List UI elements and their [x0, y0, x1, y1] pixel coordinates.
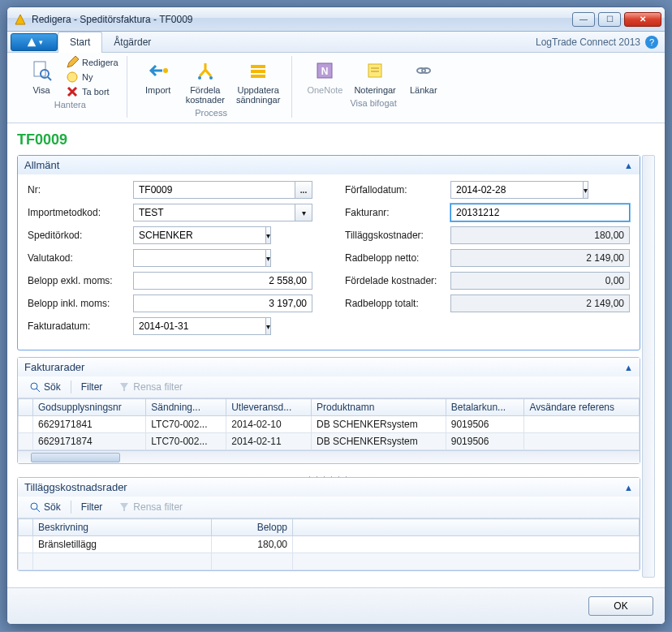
ny-button[interactable]: Ny: [66, 71, 93, 84]
delete-icon: [66, 85, 79, 98]
svg-line-25: [37, 509, 40, 512]
svg-point-8: [163, 68, 168, 73]
rensa-filter-button-2[interactable]: Rensa filter: [112, 500, 189, 514]
nr-lookup-button[interactable]: ...: [295, 181, 312, 199]
chevron-up-icon: ▲: [624, 483, 633, 492]
table-row[interactable]: 6629171841LTC70-002...2014-02-10DB SCHEN…: [19, 416, 640, 433]
svg-marker-23: [120, 383, 128, 391]
tabort-button[interactable]: Ta bort: [66, 85, 110, 98]
tab-actions[interactable]: Åtgärder: [102, 32, 162, 53]
distribute-icon: [195, 60, 216, 81]
section-header-fakturarader[interactable]: Fakturarader▲: [18, 358, 640, 376]
document-view-icon: [30, 59, 53, 82]
svg-rect-13: [251, 75, 265, 78]
app-window: Redigera - Speditörsfaktura - TF0009 ▾ S…: [6, 6, 666, 625]
forfallodatum-field[interactable]: [450, 181, 584, 199]
svg-point-5: [67, 72, 77, 82]
rensa-filter-button[interactable]: Rensa filter: [112, 380, 189, 394]
document-title: TF0009: [17, 131, 655, 148]
svg-line-4: [48, 77, 51, 80]
group-label-hantera: Hantera: [22, 100, 118, 110]
fakturadatum-dropdown[interactable]: ▾: [265, 317, 271, 335]
sok-button-2[interactable]: Sök: [23, 500, 67, 514]
horizontal-scrollbar[interactable]: [18, 450, 640, 463]
label-tillaggskostnader: Tilläggskostnader:: [345, 230, 450, 241]
noteringar-button[interactable]: Noteringar: [351, 56, 398, 97]
tab-start[interactable]: Start: [58, 32, 102, 53]
ok-button[interactable]: OK: [588, 596, 653, 616]
help-icon[interactable]: ?: [645, 36, 658, 49]
uppdatera-button[interactable]: Uppdatera sändningar: [233, 56, 283, 106]
label-radbelopptotalt: Radbelopp totalt:: [345, 298, 450, 309]
onenote-icon: N: [314, 60, 335, 81]
valutakod-dropdown[interactable]: ▾: [265, 249, 271, 267]
label-speditorkod: Speditörkod:: [28, 230, 133, 241]
sok-button[interactable]: Sök: [23, 380, 67, 394]
links-icon: [413, 60, 434, 81]
onenote-button[interactable]: N OneNote: [304, 56, 346, 97]
visa-button[interactable]: Visa: [22, 56, 61, 97]
minimize-button[interactable]: [572, 12, 595, 27]
label-importmetodkod: Importmetodkod:: [28, 207, 133, 218]
menubar: ▾ Start Åtgärder LogTrade Connect 2013 ?: [7, 32, 665, 53]
filter-button[interactable]: Filter: [75, 380, 110, 394]
chevron-up-icon: ▲: [624, 363, 633, 372]
radbelopptotalt-field: [450, 295, 630, 312]
svg-rect-2: [34, 62, 45, 76]
label-valutakod: Valutakod:: [28, 252, 133, 264]
filter-button-2[interactable]: Filter: [75, 500, 110, 514]
beloppinkl-field[interactable]: [133, 295, 312, 312]
speditorkod-field[interactable]: [133, 226, 266, 244]
svg-rect-11: [251, 65, 265, 68]
label-beloppinkl: Belopp inkl. moms:: [28, 298, 133, 309]
table-row[interactable]: Bränsletillägg180,00: [19, 536, 640, 553]
speditorkod-dropdown[interactable]: ▾: [265, 226, 271, 244]
app-menu-button[interactable]: ▾: [11, 33, 58, 51]
close-button[interactable]: [624, 12, 661, 27]
table-row[interactable]: [19, 553, 640, 570]
valutakod-field[interactable]: [133, 249, 266, 267]
importmetodkod-dropdown[interactable]: ▾: [295, 204, 312, 221]
importmetodkod-field[interactable]: [133, 204, 295, 221]
search-icon: [29, 501, 41, 513]
fakturarader-grid[interactable]: Godsupplysningsnr Sändning... Utleverans…: [18, 398, 640, 450]
section-header-tillagg[interactable]: Tilläggskostnadsrader▲: [18, 478, 640, 497]
radbeloppnetto-field: [450, 249, 630, 267]
tillaggskostnader-field: [450, 226, 630, 244]
svg-point-24: [31, 503, 37, 509]
search-icon: [29, 381, 41, 393]
svg-rect-12: [251, 70, 265, 73]
titlebar: Redigera - Speditörsfaktura - TF0009: [7, 7, 665, 32]
fakturadatum-field[interactable]: [133, 317, 266, 335]
fordela-button[interactable]: Fördela kostnader: [183, 56, 228, 106]
splitter[interactable]: . . . . . .: [17, 471, 640, 477]
label-fordelade: Fördelade kostnader:: [345, 275, 450, 286]
clear-filter-icon: [118, 381, 130, 393]
nr-field[interactable]: [133, 181, 295, 199]
forfallodatum-dropdown[interactable]: ▾: [583, 181, 588, 199]
svg-point-10: [209, 76, 213, 80]
notes-icon: [364, 60, 386, 81]
fakturanr-field[interactable]: [450, 204, 630, 221]
footer: OK: [7, 587, 665, 624]
group-label-visabifogat: Visa bifogat: [304, 98, 442, 108]
section-tillagg: Tilläggskostnadsrader▲ Sök Filter Rensa …: [17, 477, 640, 571]
brand-label: LogTrade Connect 2013 ?: [536, 36, 658, 49]
svg-point-21: [31, 383, 37, 389]
section-allmant: Allmänt▲ Nr: ... Importmetodkod: ▾ Spedi…: [17, 155, 640, 350]
lankar-button[interactable]: Länkar: [404, 56, 443, 97]
section-header-allmant[interactable]: Allmänt▲: [18, 156, 640, 174]
table-row[interactable]: 6629171874LTC70-002...2014-02-11DB SCHEN…: [19, 433, 640, 450]
import-button[interactable]: Import: [139, 56, 178, 97]
import-icon: [148, 60, 169, 81]
label-forfallodatum: Förfallodatum:: [345, 184, 450, 196]
beloppexkl-field[interactable]: [133, 272, 312, 290]
redigera-button[interactable]: Redigera: [66, 56, 118, 69]
fordelade-field: [450, 272, 630, 290]
update-icon: [248, 60, 269, 81]
vertical-scrollbar[interactable]: [642, 155, 655, 578]
tillagg-grid[interactable]: Beskrivning Belopp Bränsletillägg180,00: [18, 518, 640, 570]
svg-marker-0: [15, 15, 25, 24]
maximize-button[interactable]: [598, 12, 621, 27]
svg-rect-16: [368, 64, 381, 77]
